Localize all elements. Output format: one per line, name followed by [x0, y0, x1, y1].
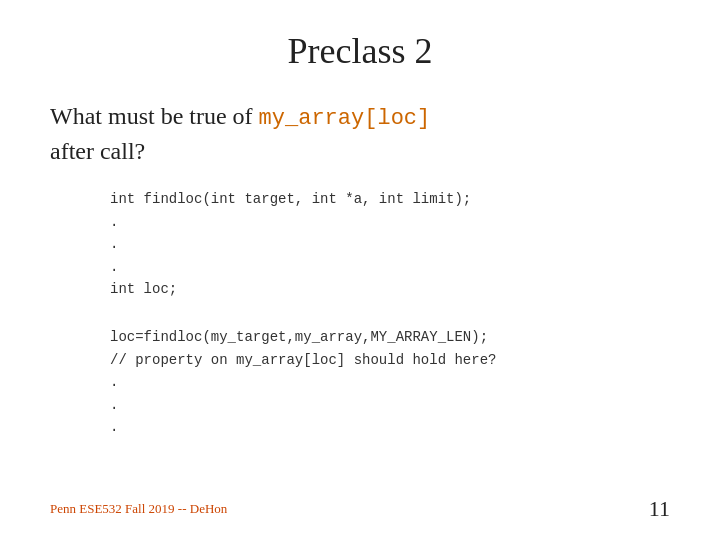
footer: Penn ESE532 Fall 2019 -- DeHon 11: [50, 496, 670, 522]
code-dot-4: .: [110, 371, 670, 393]
code-line-1: int findloc(int target, int *a, int limi…: [110, 188, 670, 210]
code-line-3: loc=findloc(my_target,my_array,MY_ARRAY_…: [110, 326, 670, 348]
code-line-2: int loc;: [110, 278, 670, 300]
footer-left-text: Penn ESE532 Fall 2019 -- DeHon: [50, 501, 227, 517]
question-suffix: after call?: [50, 138, 145, 164]
code-block-1: int findloc(int target, int *a, int limi…: [110, 188, 670, 300]
question-code-inline: my_array[loc]: [259, 106, 431, 131]
code-dot-6: .: [110, 416, 670, 438]
slide: Preclass 2 What must be true of my_array…: [0, 0, 720, 540]
code-dot-1: .: [110, 211, 670, 233]
question-text: What must be true of my_array[loc] after…: [50, 100, 670, 168]
code-line-4: // property on my_array[loc] should hold…: [110, 349, 670, 371]
code-dot-2: .: [110, 233, 670, 255]
code-dot-3: .: [110, 256, 670, 278]
code-dot-5: .: [110, 394, 670, 416]
code-block-2: loc=findloc(my_target,my_array,MY_ARRAY_…: [110, 326, 670, 438]
slide-title: Preclass 2: [50, 30, 670, 72]
question-prefix: What must be true of: [50, 103, 259, 129]
footer-page-number: 11: [649, 496, 670, 522]
